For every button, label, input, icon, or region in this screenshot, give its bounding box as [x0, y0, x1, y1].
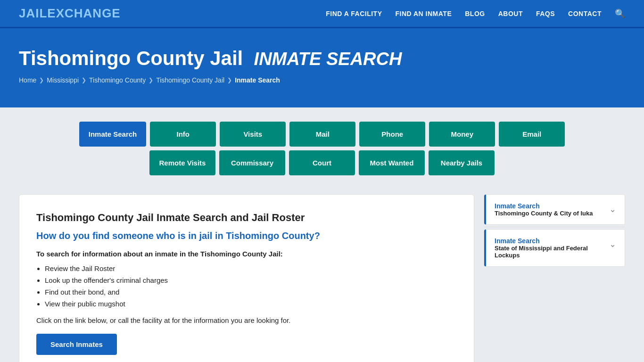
sep1: ❯: [39, 77, 44, 83]
tab-court[interactable]: Court: [289, 150, 355, 175]
breadcrumb: Home ❯ Mississippi ❯ Tishomingo County ❯…: [19, 76, 625, 84]
logo-text-part1: JAIL: [19, 6, 47, 20]
card-title-sub-mississippi: State of Mississippi and Federal Lockups: [495, 245, 609, 259]
nav-find-facility[interactable]: FIND A FACILITY: [326, 10, 382, 17]
card-titles-tishomingo: Inmate Search Tishomingo County & City o…: [495, 202, 593, 217]
breadcrumb-tishomingo-jail[interactable]: Tishomingo County Jail: [156, 76, 224, 84]
main-nav: FIND A FACILITY FIND AN INMATE BLOG ABOU…: [326, 8, 625, 19]
left-footer-text: Click on the link below, or call the fac…: [36, 316, 457, 324]
tab-remote-visits[interactable]: Remote Visits: [149, 150, 215, 175]
nav-about[interactable]: ABOUT: [498, 10, 523, 17]
tab-inmate-search[interactable]: Inmate Search: [79, 122, 147, 147]
page-title-suffix: INMATE SEARCH: [254, 49, 402, 69]
card-title-main-mississippi: Inmate Search: [495, 237, 609, 245]
list-item: Find out their bond, and: [45, 288, 457, 296]
list-item: Look up the offender's criminal charges: [45, 276, 457, 284]
list-item: View their public mugshot: [45, 300, 457, 308]
tab-most-wanted[interactable]: Most Wanted: [359, 150, 425, 175]
right-card-tishomingo-header[interactable]: Inmate Search Tishomingo County & City o…: [484, 195, 625, 224]
page-title: Tishomingo County Jail INMATE SEARCH: [19, 47, 625, 70]
tab-info[interactable]: Info: [150, 122, 216, 147]
tab-mail[interactable]: Mail: [289, 122, 355, 147]
site-logo[interactable]: JAILEXCHANGE: [19, 6, 121, 21]
card-divider: [484, 227, 625, 227]
logo-highlight: EXCHANGE: [47, 6, 120, 20]
hero-section: Tishomingo County Jail INMATE SEARCH Hom…: [0, 28, 644, 107]
left-intro: To search for information about an inmat…: [36, 250, 457, 258]
main-content: Tishomingo County Jail Inmate Search and…: [0, 185, 644, 362]
sep3: ❯: [149, 77, 153, 83]
site-header: JAILEXCHANGE FIND A FACILITY FIND AN INM…: [0, 0, 644, 28]
chevron-down-icon: ⌄: [609, 204, 616, 214]
left-heading: Tishomingo County Jail Inmate Search and…: [36, 212, 457, 224]
breadcrumb-tishomingo-county[interactable]: Tishomingo County: [89, 76, 146, 84]
tabs-section: Inmate Search Info Visits Mail Phone Mon…: [0, 107, 644, 185]
list-item: Review the Jail Roster: [45, 264, 457, 272]
right-panel: Inmate Search Tishomingo County & City o…: [484, 194, 625, 362]
left-panel: Tishomingo County Jail Inmate Search and…: [19, 194, 474, 362]
page-title-main: Tishomingo County Jail: [19, 47, 243, 69]
tab-visits[interactable]: Visits: [220, 122, 286, 147]
sep4: ❯: [227, 77, 232, 83]
sep2: ❯: [82, 77, 86, 83]
breadcrumb-current: Inmate Search: [235, 76, 280, 84]
breadcrumb-mississippi[interactable]: Mississippi: [47, 76, 79, 84]
chevron-down-icon-2: ⌄: [609, 239, 616, 249]
nav-find-inmate[interactable]: FIND AN INMATE: [395, 10, 452, 17]
card-title-main-tishomingo: Inmate Search: [495, 202, 593, 210]
nav-contact[interactable]: CONTACT: [568, 10, 602, 17]
tab-money[interactable]: Money: [429, 122, 495, 147]
tab-phone[interactable]: Phone: [359, 122, 425, 147]
breadcrumb-home[interactable]: Home: [19, 76, 36, 84]
left-subheading: How do you find someone who is in jail i…: [36, 230, 457, 241]
card-title-sub-tishomingo: Tishomingo County & City of Iuka: [495, 210, 593, 217]
tab-commissary[interactable]: Commissary: [219, 150, 285, 175]
search-icon[interactable]: 🔍: [615, 8, 625, 19]
tabs-row-1: Inmate Search Info Visits Mail Phone Mon…: [19, 122, 625, 147]
nav-blog[interactable]: BLOG: [465, 10, 485, 17]
search-inmates-button[interactable]: Search Inmates: [36, 334, 117, 355]
right-card-tishomingo: Inmate Search Tishomingo County & City o…: [484, 194, 625, 225]
tab-email[interactable]: Email: [499, 122, 565, 147]
nav-faqs[interactable]: FAQs: [536, 10, 555, 17]
right-card-mississippi: Inmate Search State of Mississippi and F…: [484, 229, 625, 267]
tabs-row-2: Remote Visits Commissary Court Most Want…: [19, 150, 625, 185]
tab-nearby-jails[interactable]: Nearby Jails: [429, 150, 495, 175]
card-titles-mississippi: Inmate Search State of Mississippi and F…: [495, 237, 609, 259]
left-list: Review the Jail Roster Look up the offen…: [45, 264, 457, 308]
right-card-mississippi-header[interactable]: Inmate Search State of Mississippi and F…: [484, 230, 625, 266]
